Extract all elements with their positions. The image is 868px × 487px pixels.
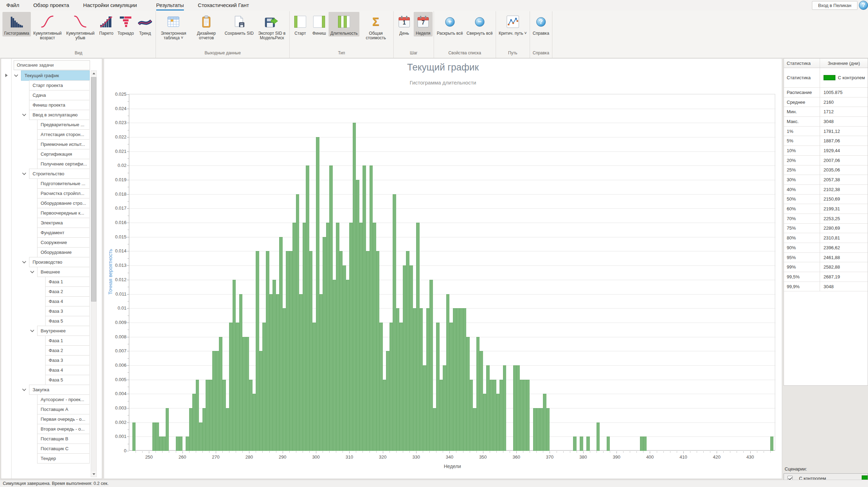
- tree-row[interactable]: Электрика: [1, 218, 102, 228]
- tree-row[interactable]: Оборудование стро...: [1, 198, 102, 208]
- tree-row[interactable]: Аттестация сторон...: [1, 129, 102, 140]
- tornado-button[interactable]: Торнадо: [116, 12, 136, 36]
- tree-row[interactable]: Расчистка стройпл...: [1, 188, 102, 198]
- stats-row-label: 70%: [784, 214, 820, 223]
- tab-results[interactable]: Результаты: [156, 0, 184, 11]
- group-label-path: Путь: [497, 50, 529, 56]
- trend-button[interactable]: Тренд: [136, 12, 154, 36]
- tree-row[interactable]: Сооружение: [1, 237, 102, 248]
- tab-project-overview[interactable]: Обзор проекта: [33, 0, 69, 11]
- button-label: Финиш: [312, 31, 326, 36]
- histogram-bar: [353, 123, 356, 451]
- tree-row[interactable]: Производство: [1, 257, 102, 267]
- report-designer-button[interactable]: Дизайнер отчетов: [190, 12, 223, 41]
- tree-row[interactable]: Оборудование: [1, 247, 102, 257]
- pelican-login-button[interactable]: Вход в Пеликан: [812, 1, 857, 10]
- tree-row[interactable]: Предварительные ...: [1, 120, 102, 130]
- tree-row[interactable]: Финиш проекта: [1, 100, 102, 110]
- tree-row[interactable]: Подготовительные ...: [1, 178, 102, 189]
- x-tick-label: 300: [307, 454, 325, 460]
- chevron-down-icon[interactable]: [22, 114, 26, 116]
- tree-row[interactable]: Старт проекта: [1, 80, 102, 90]
- tree-row[interactable]: Аутсорсинг - проек...: [1, 394, 102, 405]
- tree-row[interactable]: Фаза 4: [1, 365, 102, 375]
- tree-row[interactable]: Сертификация: [1, 149, 102, 159]
- duration-button[interactable]: Длительность: [329, 12, 359, 36]
- collapse-all-button[interactable]: − Свернуть всё: [465, 12, 495, 36]
- tree-row[interactable]: Поставщик А: [1, 404, 102, 414]
- tree-row[interactable]: Тендер: [1, 453, 102, 464]
- tree-row[interactable]: Ввод в эксплуатацию: [1, 110, 102, 120]
- stats-header-statistic[interactable]: Статистика: [784, 59, 820, 68]
- menu-bar: Файл Обзор проекта Настройки симуляции Р…: [0, 0, 868, 11]
- tab-stochastic-gantt[interactable]: Стохастический Гант: [198, 0, 249, 11]
- tree-row[interactable]: Фаза 5: [1, 375, 102, 385]
- tree-row[interactable]: Поставщик С: [1, 444, 102, 454]
- y-tick-label: 0.017: [105, 205, 126, 211]
- scrollbar-thumb[interactable]: [91, 77, 96, 302]
- x-axis-minor-tick: [496, 451, 497, 453]
- stats-row-label: 30%: [784, 175, 820, 184]
- tree-row[interactable]: Первая очередь - о...: [1, 414, 102, 424]
- tree-row[interactable]: Закупка: [1, 385, 102, 395]
- export-sid-button[interactable]: Экспорт SID в МодельРиск: [255, 12, 288, 41]
- chevron-down-icon[interactable]: [22, 261, 26, 264]
- tree-row[interactable]: Фаза 1: [1, 277, 102, 287]
- stats-row-label: 99,9%: [784, 282, 820, 291]
- tree-scrollbar[interactable]: [91, 70, 97, 477]
- chevron-down-icon[interactable]: [22, 173, 26, 175]
- tree-column-header[interactable]: Описание задачи: [14, 60, 90, 70]
- day-button[interactable]: 1 День: [395, 12, 414, 36]
- tree-row[interactable]: Сдача: [1, 90, 102, 100]
- total-cost-button[interactable]: Σ Общая стоимость: [359, 12, 392, 41]
- scenarios-label: Сценарии:: [785, 466, 807, 472]
- scroll-up-icon[interactable]: [91, 71, 96, 76]
- tree-row[interactable]: Фаза 3: [1, 355, 102, 365]
- gridline: [129, 194, 776, 195]
- stats-header-row[interactable]: Статистика Значение (дни): [784, 59, 868, 68]
- tree-row[interactable]: Фаза 1: [1, 336, 102, 346]
- finish-button[interactable]: Финиш: [310, 12, 329, 36]
- tab-file[interactable]: Файл: [6, 0, 19, 11]
- tree-row[interactable]: Строительство: [1, 169, 102, 179]
- tree-row[interactable]: Фаза 2: [1, 286, 102, 297]
- chevron-down-icon[interactable]: [30, 330, 34, 332]
- tree-row[interactable]: Фаза 2: [1, 345, 102, 356]
- pareto-button[interactable]: Парето: [97, 12, 116, 36]
- gridline: [129, 208, 776, 209]
- tree-row[interactable]: Поставщик В: [1, 434, 102, 444]
- tab-simulation-settings[interactable]: Настройки симуляции: [83, 0, 137, 11]
- critical-path-button[interactable]: Критич. путь ˅: [497, 12, 529, 36]
- week-button[interactable]: 7 Неделя: [414, 12, 433, 36]
- help-circle-icon[interactable]: ?: [859, 1, 868, 10]
- tree-row[interactable]: Фаза 3: [1, 306, 102, 316]
- expand-all-button[interactable]: + Раскрыть всё: [435, 12, 465, 36]
- tree-row[interactable]: Фаза 5: [1, 316, 102, 326]
- x-axis-minor-tick: [269, 451, 270, 453]
- scroll-down-icon[interactable]: [91, 471, 96, 477]
- histogram-bar: [189, 408, 193, 451]
- cumulative-ascending-button[interactable]: Кумулятивный возраст: [31, 12, 64, 41]
- tree-row[interactable]: Внутреннее: [1, 326, 102, 336]
- tree-row[interactable]: Приемочные испыт...: [1, 139, 102, 149]
- x-tick-label: 260: [174, 454, 191, 460]
- x-axis-minor-tick: [296, 451, 296, 453]
- save-sid-button[interactable]: Сохранить SID: [223, 12, 255, 36]
- chevron-down-icon[interactable]: [30, 271, 34, 273]
- cumulative-descending-button[interactable]: Кумулятивный убыв: [64, 12, 97, 41]
- spreadsheet-button[interactable]: Электронная таблица ˅: [157, 12, 190, 41]
- stats-header-value[interactable]: Значение (дни): [820, 59, 868, 68]
- tree-row[interactable]: Первоочередные к...: [1, 208, 102, 218]
- start-button[interactable]: Старт: [291, 12, 310, 36]
- help-button[interactable]: ? Справка: [531, 12, 551, 36]
- chevron-down-icon[interactable]: [14, 74, 18, 77]
- stats-row-value: 2160: [820, 97, 868, 107]
- tree-row[interactable]: Вторая очередь - о...: [1, 424, 102, 434]
- chevron-down-icon[interactable]: [22, 388, 26, 391]
- histogram-button[interactable]: Гистограмма: [2, 12, 31, 36]
- tree-row[interactable]: Получение сертифи...: [1, 159, 102, 169]
- tree-row[interactable]: Внешнее: [1, 267, 102, 277]
- tree-row[interactable]: Текущий график: [1, 70, 102, 81]
- tree-row[interactable]: Фундамент: [1, 228, 102, 238]
- tree-row[interactable]: Фаза 4: [1, 296, 102, 306]
